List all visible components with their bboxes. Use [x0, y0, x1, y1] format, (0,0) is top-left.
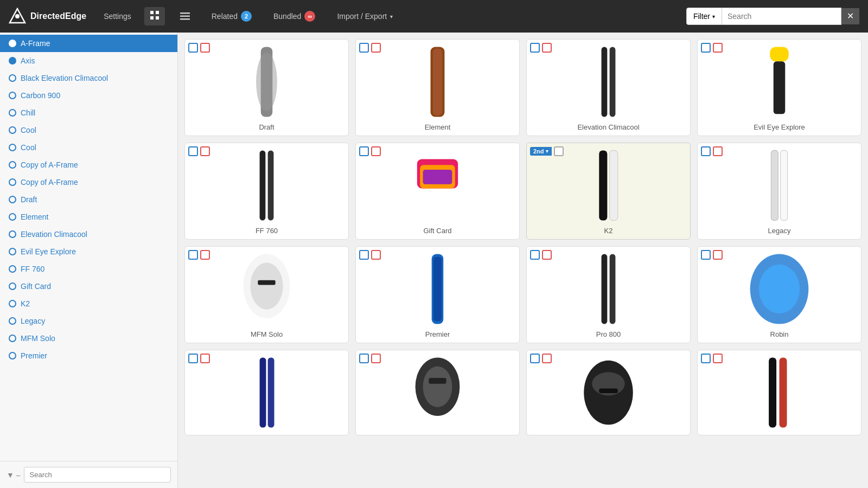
sidebar-filter-icon[interactable]: ▼ –: [7, 471, 21, 479]
blue-checkbox[interactable]: [188, 250, 198, 260]
product-card-item-r4c2: [355, 350, 520, 435]
blue-checkbox[interactable]: [188, 354, 198, 363]
red-checkbox[interactable]: [200, 146, 210, 156]
blue-checkbox[interactable]: [359, 146, 369, 156]
sidebar-item-draft[interactable]: Draft: [0, 191, 177, 208]
logo[interactable]: DirectedEdge: [9, 8, 86, 25]
red-checkbox[interactable]: [200, 250, 210, 260]
sidebar-item-evil-eye-explore[interactable]: Evil Eye Explore: [0, 243, 177, 260]
red-checkbox[interactable]: [200, 354, 210, 363]
dot-icon: [9, 57, 16, 65]
blue-checkbox[interactable]: [701, 354, 711, 363]
search-input[interactable]: [722, 8, 841, 25]
blue-checkbox[interactable]: [188, 146, 198, 156]
red-checkbox[interactable]: [542, 354, 552, 363]
sidebar-item-k2[interactable]: K2: [0, 295, 177, 312]
red-checkbox[interactable]: [371, 250, 381, 260]
blue-checkbox[interactable]: [359, 250, 369, 260]
blue-checkbox[interactable]: [359, 354, 369, 363]
list-view-button[interactable]: [174, 9, 196, 23]
circle-icon: [9, 335, 16, 342]
blue-checkbox[interactable]: [188, 43, 198, 53]
settings-link[interactable]: Settings: [99, 10, 136, 23]
sidebar-item-a-frame[interactable]: A-Frame: [0, 35, 177, 52]
svg-rect-12: [433, 49, 442, 115]
search-clear-button[interactable]: ✕: [841, 8, 859, 24]
blue-checkbox[interactable]: [530, 43, 540, 53]
red-checkbox[interactable]: [542, 250, 552, 260]
card-checkboxes: [188, 354, 210, 363]
sidebar-item-ff-760[interactable]: FF 760: [0, 260, 177, 278]
product-image: [360, 44, 515, 120]
svg-rect-31: [602, 254, 608, 324]
sidebar-item-legacy[interactable]: Legacy: [0, 312, 177, 330]
blue-checkbox[interactable]: [530, 250, 540, 260]
product-label: Elevation Climacool: [577, 123, 639, 131]
product-label: Pro 800: [596, 330, 621, 338]
blue-checkbox[interactable]: [701, 43, 711, 53]
svg-rect-32: [610, 254, 616, 324]
svg-point-10: [256, 53, 277, 111]
sidebar-item-elevation-climacool[interactable]: Elevation Climacool: [0, 226, 177, 243]
main-layout: A-FrameAxisBlack Elevation ClimacoolCarb…: [0, 33, 868, 488]
red-checkbox[interactable]: [713, 43, 723, 53]
red-checkbox[interactable]: [371, 146, 381, 156]
product-card-item-r4c3: [526, 350, 691, 435]
chevron-down-icon[interactable]: ▾: [546, 149, 548, 154]
sidebar-item-gift-card[interactable]: Gift Card: [0, 278, 177, 295]
red-checkbox[interactable]: [713, 250, 723, 260]
sidebar-item-label: Draft: [21, 195, 37, 204]
rank-label: 2nd: [533, 148, 544, 155]
red-checkbox[interactable]: [200, 43, 210, 53]
filter-button[interactable]: Filter: [686, 8, 722, 25]
sidebar-item-label: MFM Solo: [21, 334, 55, 343]
top-navigation: DirectedEdge Settings Related 2 Bundled …: [0, 0, 868, 33]
blue-checkbox[interactable]: [359, 43, 369, 53]
blue-checkbox[interactable]: [701, 250, 711, 260]
blue-checkbox[interactable]: [701, 146, 711, 156]
sidebar-item-mfm-solo[interactable]: MFM Solo: [0, 330, 177, 347]
sidebar-item-black-elevation-climacool[interactable]: Black Elevation Climacool: [0, 69, 177, 87]
product-image: [531, 44, 686, 120]
import-export-button[interactable]: Import / Export: [330, 9, 399, 24]
product-image: [702, 44, 857, 120]
red-checkbox[interactable]: [542, 43, 552, 53]
sidebar-item-chill[interactable]: Chill: [0, 104, 177, 121]
sidebar-item-copy-of-a-frame-1[interactable]: Copy of A-Frame: [0, 156, 177, 174]
red-checkbox[interactable]: [713, 146, 723, 156]
card-checkboxes: [701, 250, 723, 260]
red-checkbox[interactable]: [371, 43, 381, 53]
svg-rect-25: [781, 150, 788, 220]
product-card-item-r4c4: [697, 350, 861, 435]
svg-rect-3: [156, 11, 159, 14]
red-checkbox[interactable]: [713, 354, 723, 363]
card-checkboxes: [359, 250, 381, 260]
sidebar-item-premier[interactable]: Premier: [0, 347, 177, 364]
grid-view-button[interactable]: [144, 7, 165, 25]
sidebar-item-cool-1[interactable]: Cool: [0, 121, 177, 139]
bundled-label: Bundled: [273, 12, 301, 21]
product-label: K2: [604, 227, 613, 235]
product-card-evil-eye-explore: Evil Eye Explore: [697, 39, 861, 136]
bundled-button[interactable]: Bundled ∞: [267, 8, 322, 25]
rank-checkbox[interactable]: [554, 146, 564, 156]
sidebar-item-cool-2[interactable]: Cool: [0, 139, 177, 156]
rank-badge[interactable]: 2nd ▾: [530, 147, 552, 156]
related-badge: 2: [241, 11, 252, 22]
svg-rect-17: [260, 150, 266, 220]
circle-icon: [9, 196, 16, 203]
related-label: Related: [212, 12, 238, 21]
related-button[interactable]: Related 2: [205, 8, 258, 25]
sidebar-item-copy-of-a-frame-2[interactable]: Copy of A-Frame: [0, 174, 177, 191]
svg-rect-22: [599, 150, 607, 220]
sidebar-item-axis[interactable]: Axis: [0, 52, 177, 69]
red-checkbox[interactable]: [371, 354, 381, 363]
logo-icon: [9, 8, 26, 25]
sidebar-item-carbon-900[interactable]: Carbon 900: [0, 87, 177, 104]
svg-point-27: [250, 263, 283, 310]
blue-checkbox[interactable]: [530, 354, 540, 363]
sidebar-item-element[interactable]: Element: [0, 208, 177, 226]
sidebar-search-input[interactable]: [24, 467, 171, 483]
svg-rect-28: [258, 280, 275, 285]
sidebar-list: A-FrameAxisBlack Elevation ClimacoolCarb…: [0, 33, 177, 461]
